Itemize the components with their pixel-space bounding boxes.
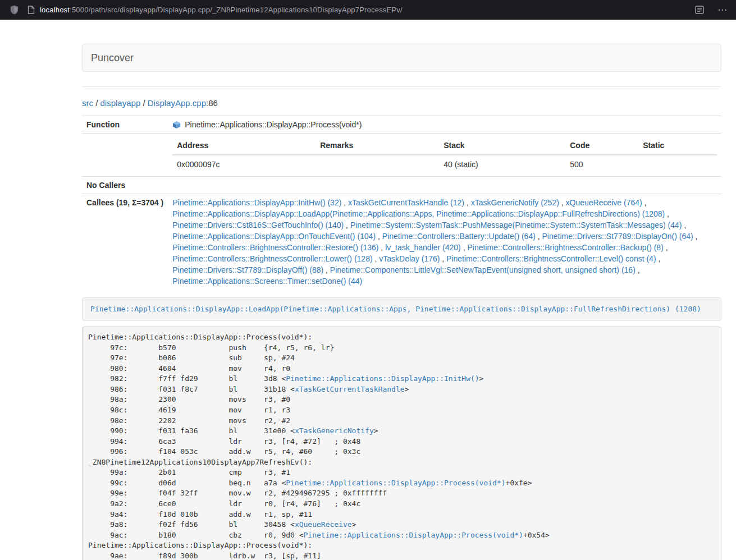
highlighted-callee-link[interactable]: Pinetime::Applications::DisplayApp::Load… — [90, 305, 701, 313]
callee-separator: , — [440, 254, 446, 263]
callees-row: Callees (19, Σ=3704 ) Pinetime::Applicat… — [82, 194, 721, 290]
remarks-value — [316, 155, 439, 173]
callee-link[interactable]: lv_task_handler (420) — [385, 243, 461, 252]
assembly-symbol-link[interactable]: xTaskGenericNotify — [295, 426, 374, 435]
callee-separator: , — [559, 198, 566, 207]
callee-link[interactable]: Pinetime::Applications::DisplayApp::OnTo… — [172, 232, 376, 241]
col-stack: Stack — [439, 136, 565, 155]
assembly-symbol-link[interactable]: xTaskGetCurrentTaskHandle — [295, 385, 405, 393]
assembly-symbol-link[interactable]: Pinetime::Applications::DisplayApp::Proc… — [286, 479, 505, 487]
callee-link[interactable]: Pinetime::Drivers::St7789::DisplayOn() (… — [542, 232, 693, 241]
callee-separator: , — [344, 221, 350, 229]
callee-link[interactable]: Pinetime::System::SystemTask::PushMessag… — [350, 221, 682, 229]
callee-link[interactable]: xTaskGenericNotify (252) — [471, 198, 559, 207]
assembly-symbol-link[interactable]: Pinetime::Applications::DisplayApp::Proc… — [304, 531, 523, 539]
reader-view-icon[interactable] — [695, 6, 704, 14]
stats-data-row: 0x0000097c 40 (static) 500 — [172, 155, 717, 173]
assembly-symbol-link[interactable]: xQueueReceive — [295, 520, 352, 529]
overflow-menu-icon[interactable]: ⋯ — [717, 5, 727, 15]
callers-row: No Callers — [82, 177, 721, 194]
callees-list: Pinetime::Applications::DisplayApp::Init… — [168, 194, 721, 290]
brand-link[interactable]: Puncover — [91, 52, 134, 64]
no-callers-label: No Callers — [82, 177, 168, 194]
url-path: :5000/path/src/displayapp/DisplayApp.cpp… — [70, 6, 403, 14]
stack-value: 40 (static) — [439, 155, 565, 173]
stats-header-row: Address Remarks Stack Code Static — [172, 136, 717, 155]
callee-separator: , — [373, 254, 380, 263]
col-address: Address — [172, 136, 316, 155]
callee-link[interactable]: Pinetime::Applications::DisplayApp::Load… — [172, 209, 665, 218]
breadcrumb-link[interactable]: displayapp — [100, 98, 141, 108]
callee-separator: , — [341, 198, 348, 207]
callee-separator: , — [464, 198, 471, 207]
code-value: 500 — [565, 155, 638, 173]
callee-link[interactable]: Pinetime::Drivers::St7789::DisplayOff() … — [172, 265, 323, 274]
callee-separator: , — [642, 198, 647, 207]
breadcrumb-link[interactable]: src — [82, 98, 93, 108]
highlighted-callee-box: Pinetime::Applications::DisplayApp::Load… — [82, 297, 721, 321]
callee-link[interactable]: Pinetime::Components::LittleVgl::SetNewT… — [330, 265, 636, 274]
breadcrumb-separator: / — [140, 98, 148, 108]
app-navbar: Puncover — [82, 44, 721, 72]
url-host: localhost — [40, 6, 70, 14]
col-remarks: Remarks — [316, 136, 439, 155]
callee-separator: , — [461, 243, 468, 252]
callee-separator: , — [656, 254, 661, 263]
callee-link[interactable]: xQueueReceive (764) — [566, 198, 642, 207]
callee-link[interactable]: Pinetime::Controllers::BrightnessControl… — [467, 243, 663, 252]
stats-row: Address Remarks Stack Code Static 0x0000… — [82, 134, 721, 177]
callee-link[interactable]: Pinetime::Controllers::BrightnessControl… — [172, 243, 378, 252]
callee-link[interactable]: xTaskGetCurrentTaskHandle (12) — [348, 198, 464, 207]
page-container: Puncover src / displayapp / DisplayApp.c… — [82, 44, 721, 560]
callee-separator: , — [664, 243, 668, 252]
assembly-symbol-link[interactable]: Pinetime::Applications::DisplayApp::Init… — [286, 374, 479, 383]
callee-link[interactable]: vTaskDelay (176) — [379, 254, 440, 263]
function-row-label: Function — [82, 116, 168, 134]
symbol-table: Function Pinetime::Applications::Display… — [82, 116, 721, 290]
callee-separator: , — [323, 265, 330, 274]
address-value: 0x0000097c — [172, 155, 316, 173]
callee-separator: , — [693, 232, 698, 241]
divider — [82, 86, 721, 87]
stats-row-spacer — [82, 134, 168, 177]
function-name: Pinetime::Applications::DisplayApp::Proc… — [185, 119, 362, 130]
callee-link[interactable]: Pinetime::Drivers::Cst816S::GetTouchInfo… — [172, 221, 344, 229]
breadcrumb-line-number: :86 — [206, 98, 218, 108]
breadcrumb-separator: / — [93, 98, 100, 108]
assembly-code: Pinetime::Applications::DisplayApp::Proc… — [82, 327, 721, 560]
callees-label: Callees (19, Σ=3704 ) — [82, 194, 168, 290]
page-icon — [28, 6, 35, 14]
col-static: Static — [638, 136, 717, 155]
callee-separator: , — [636, 265, 640, 274]
callee-link[interactable]: Pinetime::Applications::Screens::Timer::… — [172, 277, 362, 286]
callee-link[interactable]: Pinetime::Controllers::BrightnessControl… — [446, 254, 656, 263]
callee-separator: , — [665, 209, 669, 218]
static-value — [638, 155, 717, 173]
col-code: Code — [565, 136, 638, 155]
breadcrumb-link[interactable]: DisplayApp.cpp — [148, 98, 206, 108]
callee-link[interactable]: Pinetime::Controllers::Battery::Update()… — [382, 232, 536, 241]
callee-separator: , — [376, 232, 382, 241]
browser-toolbar: localhost:5000/path/src/displayapp/Displ… — [0, 0, 736, 20]
callee-separator: , — [378, 243, 385, 252]
url-bar[interactable]: localhost:5000/path/src/displayapp/Displ… — [40, 6, 686, 14]
callee-separator: , — [682, 221, 686, 229]
function-row: Function Pinetime::Applications::Display… — [82, 116, 721, 134]
shield-icon[interactable] — [10, 5, 19, 15]
function-icon — [172, 121, 181, 129]
callee-separator: , — [536, 232, 542, 241]
callee-link[interactable]: Pinetime::Applications::DisplayApp::Init… — [172, 198, 341, 207]
breadcrumb: src / displayapp / DisplayApp.cpp:86 — [82, 98, 721, 109]
callee-link[interactable]: Pinetime::Controllers::BrightnessControl… — [172, 254, 372, 263]
stats-table: Address Remarks Stack Code Static 0x0000… — [172, 136, 717, 173]
